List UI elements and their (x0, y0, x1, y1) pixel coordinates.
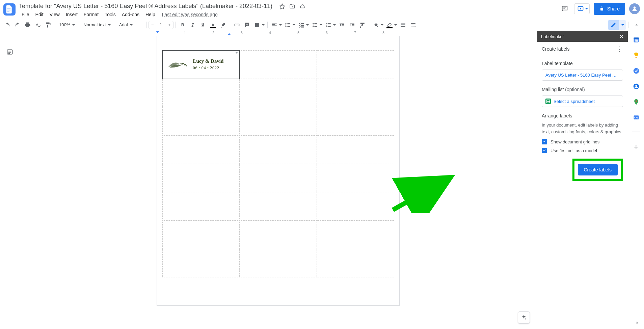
checklist-icon[interactable] (297, 20, 306, 30)
label-cell-empty[interactable] (162, 79, 240, 107)
checkbox-show-gridlines[interactable]: Show document gridlines (542, 139, 623, 144)
interview-prep-icon[interactable] (633, 114, 640, 121)
menu-format[interactable]: Format (81, 11, 101, 18)
menu-tools[interactable]: Tools (102, 11, 118, 18)
label-names[interactable]: Lucy & David (193, 58, 224, 64)
docs-logo-icon[interactable] (3, 3, 16, 16)
tasks-icon[interactable] (633, 67, 640, 74)
checkbox-first-cell-model[interactable]: Use first cell as a model (542, 148, 623, 153)
label-cell-empty[interactable] (317, 79, 394, 107)
label-cell-empty[interactable] (317, 50, 394, 79)
spellcheck-icon[interactable] (33, 20, 43, 30)
keep-icon[interactable] (633, 52, 640, 59)
label-cell-empty[interactable] (317, 135, 394, 164)
document-title[interactable]: Template for "Avery US Letter - 5160 Eas… (19, 3, 272, 10)
menu-insert[interactable]: Insert (63, 11, 80, 18)
create-labels-button[interactable]: Create labels (578, 164, 618, 175)
zoom-select[interactable]: 100% (57, 20, 77, 30)
border-color-dropdown[interactable] (394, 24, 398, 26)
line-spacing-icon[interactable] (283, 20, 293, 30)
label-cell-empty[interactable] (317, 249, 394, 277)
cell-fill-dropdown[interactable] (381, 24, 384, 26)
clear-formatting-icon[interactable] (357, 20, 367, 30)
left-indent-marker[interactable] (156, 31, 159, 33)
checklist-dropdown[interactable] (306, 24, 310, 26)
editing-mode-icon[interactable] (608, 20, 619, 30)
template-select[interactable]: Avery US Letter - 5160 Easy Peel ®… (542, 70, 623, 81)
contacts-icon[interactable] (633, 83, 640, 90)
bold-icon[interactable] (178, 20, 187, 30)
select-spreadsheet-button[interactable]: Select a spreadsheet (542, 95, 623, 107)
label-cell-empty[interactable] (317, 192, 394, 221)
menu-file[interactable]: File (19, 11, 32, 18)
add-comment-icon[interactable] (242, 20, 252, 30)
label-cell-empty[interactable] (239, 249, 317, 277)
label-cell-empty[interactable] (317, 164, 394, 192)
bulleted-list-dropdown[interactable] (320, 24, 323, 26)
label-cell-empty[interactable] (162, 107, 240, 136)
close-icon[interactable]: ✕ (619, 33, 624, 40)
label-cell-empty[interactable] (162, 220, 240, 249)
highlight-color-icon[interactable] (218, 20, 228, 30)
numbered-list-icon[interactable] (324, 20, 333, 30)
bulleted-list-icon[interactable] (310, 20, 320, 30)
label-cell-empty[interactable] (317, 107, 394, 136)
label-cell-empty[interactable] (239, 164, 317, 192)
border-width-icon[interactable] (398, 20, 408, 30)
menu-addons[interactable]: Add-ons (119, 11, 142, 18)
label-cell-empty[interactable] (317, 220, 394, 249)
label-cell-empty[interactable] (162, 249, 240, 277)
paragraph-style-select[interactable]: Normal text (81, 20, 112, 30)
font-size-increase[interactable]: + (166, 22, 173, 27)
redo-icon[interactable] (13, 20, 22, 30)
present-button[interactable] (574, 3, 590, 14)
label-cell-empty[interactable] (239, 220, 317, 249)
menu-edit[interactable]: Edit (33, 11, 46, 18)
document-outline-icon[interactable] (5, 47, 15, 57)
print-icon[interactable] (23, 20, 32, 30)
italic-icon[interactable] (188, 20, 197, 30)
explore-button[interactable] (518, 311, 530, 324)
more-options-icon[interactable]: ⋮ (616, 45, 623, 53)
editing-mode-dropdown[interactable] (619, 20, 626, 30)
label-cell-empty[interactable] (162, 192, 240, 221)
font-size-decrease[interactable]: − (149, 22, 156, 27)
menu-view[interactable]: View (47, 11, 62, 18)
calendar-icon[interactable]: 31 (633, 36, 640, 43)
document-canvas[interactable]: 1 2 3 4 5 6 7 8 (20, 31, 537, 329)
page[interactable]: Lucy & David 06•04•2022 (157, 36, 400, 306)
move-icon[interactable] (289, 3, 295, 9)
maps-icon[interactable] (633, 99, 640, 105)
first-line-indent-marker[interactable] (227, 33, 231, 35)
line-spacing-dropdown[interactable] (293, 24, 296, 26)
open-comments-icon[interactable] (559, 3, 570, 14)
cloud-status-icon[interactable] (299, 3, 305, 9)
cell-fill-color-icon[interactable] (371, 20, 381, 30)
label-cell-empty[interactable] (239, 192, 317, 221)
label-cell-empty[interactable] (239, 79, 317, 107)
share-button[interactable]: Share (594, 3, 625, 15)
label-cell-empty[interactable] (239, 50, 317, 79)
paint-format-icon[interactable] (43, 20, 53, 30)
label-cell-empty[interactable] (162, 135, 240, 164)
increase-indent-icon[interactable] (347, 20, 357, 30)
collapse-toolbar-icon[interactable] (632, 20, 641, 30)
border-style-icon[interactable] (408, 20, 418, 30)
numbered-list-dropdown[interactable] (333, 24, 337, 26)
hide-side-panel-icon[interactable] (635, 320, 640, 326)
align-icon[interactable] (270, 20, 279, 30)
decrease-indent-icon[interactable] (337, 20, 347, 30)
insert-image-dropdown[interactable] (262, 24, 265, 26)
underline-icon[interactable] (198, 20, 208, 30)
account-avatar[interactable] (629, 3, 640, 14)
border-color-icon[interactable] (385, 20, 394, 30)
label-cell-empty[interactable] (239, 135, 317, 164)
horizontal-ruler[interactable]: 1 2 3 4 5 6 7 8 (157, 31, 400, 36)
star-icon[interactable] (279, 3, 285, 9)
label-date[interactable]: 06•04•2022 (193, 65, 224, 71)
text-color-icon[interactable] (208, 20, 218, 30)
menu-help[interactable]: Help (143, 11, 158, 18)
get-addons-icon[interactable]: + (634, 143, 638, 152)
last-edit-link[interactable]: Last edit was seconds ago (162, 12, 218, 17)
label-cell-empty[interactable] (239, 107, 317, 136)
